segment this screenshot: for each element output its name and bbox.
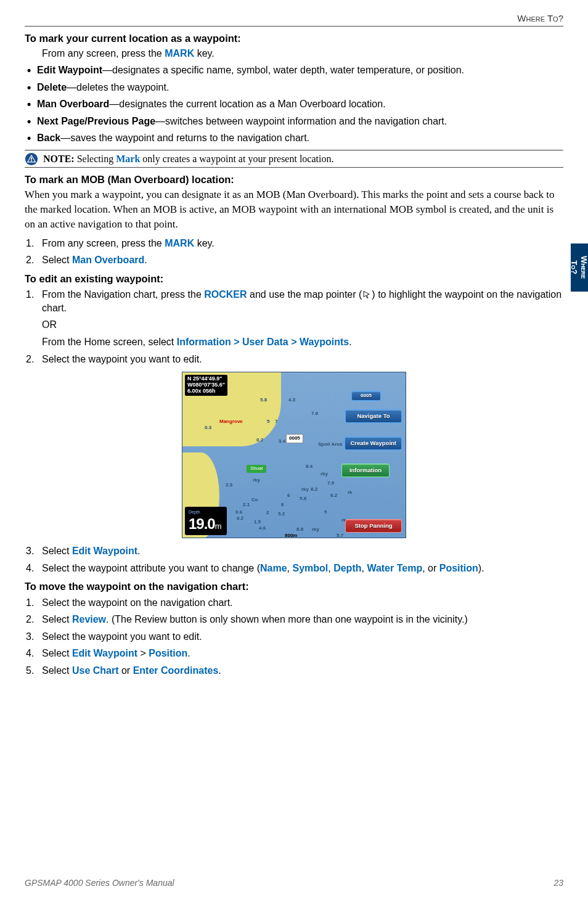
- btn-stop-panning[interactable]: Stop Panning: [345, 519, 402, 533]
- side-tab: Where To?: [571, 244, 588, 292]
- move-step-4: Select Edit Waypoint > Position.: [25, 647, 563, 660]
- text: .: [144, 255, 147, 265]
- sounding: 2.3: [226, 482, 232, 489]
- heading-move-waypoint: To move the waypoint on the navigation c…: [25, 579, 563, 593]
- scale-label: 800m: [285, 533, 297, 538]
- sounding: 4.6: [259, 525, 266, 532]
- man-overboard-key: Man Overboard: [72, 255, 144, 265]
- edit-waypoint-key: Edit Waypoint: [72, 546, 137, 556]
- text: From any screen, press the: [42, 238, 165, 248]
- option-man-overboard: Man Overboard—designates the current loc…: [25, 97, 563, 111]
- mark-current-instruction: From any screen, press the MARK key.: [25, 47, 563, 60]
- sounding: 3.4: [279, 438, 285, 445]
- attr-position: Position: [439, 563, 478, 573]
- edit-step-1: From the Navigation chart, press the ROC…: [25, 288, 563, 348]
- side-tab-line1: Where: [580, 256, 588, 279]
- review-key: Review: [72, 614, 106, 624]
- text: , or: [422, 563, 439, 573]
- depth-readout: Depth 19.0m: [185, 507, 227, 535]
- text: . (The Review button is only shown when …: [106, 614, 468, 624]
- text: .: [218, 665, 221, 676]
- note-text: NOTE: Selecting Mark only creates a wayp…: [43, 152, 333, 166]
- label-rky: rky: [301, 486, 309, 493]
- btn-create-waypoint[interactable]: Create Waypoint: [345, 436, 402, 450]
- attr-name: Name: [260, 563, 287, 573]
- rest: —switches between waypoint information a…: [155, 116, 447, 126]
- chart-screenshot: N 25°44'49.9" W080°07'35.6" 6.00x 056h M…: [182, 372, 406, 538]
- text: Select: [42, 546, 72, 556]
- text: key.: [194, 48, 214, 59]
- sounding: 7.9: [327, 480, 334, 487]
- heading-edit-waypoint: To edit an existing waypoint:: [25, 272, 563, 285]
- attr-symbol: Symbol: [292, 563, 328, 573]
- move-steps: Select the waypoint on the navigation ch…: [25, 596, 563, 678]
- heading-mark-current: To mark your current location as a waypo…: [25, 31, 563, 45]
- rest: —deletes the waypoint.: [67, 82, 169, 92]
- label-spoil: Spoil Area: [318, 441, 342, 448]
- sounding: 7.0: [311, 411, 318, 417]
- header-section-label: Where To?: [25, 12, 563, 25]
- text: ).: [478, 563, 484, 573]
- lead: Edit Waypoint: [37, 65, 102, 75]
- mob-description: When you mark a waypoint, you can design…: [25, 187, 563, 231]
- lead: Delete: [37, 82, 67, 92]
- attr-depth: Depth: [333, 563, 361, 573]
- sounding: rk: [348, 489, 353, 496]
- sounding: 5: [267, 419, 269, 425]
- edit-waypoint-key: Edit Waypoint: [72, 648, 137, 658]
- label-rky: rky: [321, 471, 328, 478]
- sounding: 5.8: [260, 397, 267, 404]
- header-rule: [25, 26, 563, 27]
- or-text: OR: [42, 318, 563, 332]
- text: >: [137, 648, 149, 658]
- position-key: Position: [149, 648, 187, 658]
- btn-waypoint-id[interactable]: 0005: [351, 391, 381, 401]
- mob-steps: From any screen, press the MARK key. Sel…: [25, 237, 563, 267]
- mob-step-2: Select Man Overboard.: [25, 253, 563, 267]
- text: .: [187, 648, 190, 658]
- btn-navigate-to[interactable]: Navigate To: [345, 409, 402, 423]
- label-co: Co: [251, 497, 258, 504]
- text: or: [119, 665, 133, 676]
- mark-key: MARK: [165, 238, 194, 248]
- footer-manual-title: GPSMAP 4000 Series Owner's Manual: [25, 877, 174, 889]
- label-rky: rky: [312, 526, 319, 533]
- edit-step-1-alt: From the Home screen, select Information…: [42, 335, 563, 349]
- option-delete: Delete—deletes the waypoint.: [25, 81, 563, 94]
- sounding: 6: [281, 502, 284, 509]
- option-next-prev-page: Next Page/Previous Page—switches between…: [25, 115, 563, 128]
- option-edit-waypoint: Edit Waypoint—designates a specific name…: [25, 63, 563, 77]
- depth-label: Depth: [189, 509, 222, 515]
- text: Select: [42, 614, 72, 624]
- edit-steps-part1: From the Navigation chart, press the ROC…: [25, 288, 563, 366]
- heading-mark-mob: To mark an MOB (Man Overboard) location:: [25, 173, 563, 186]
- sounding: 8.2: [330, 493, 337, 499]
- sounding: 0.3: [205, 425, 211, 432]
- edit-step-3: Select Edit Waypoint.: [25, 544, 563, 558]
- lead: Next Page/Previous Page: [37, 116, 155, 126]
- coord-readout: N 25°44'49.9" W080°07'35.6" 6.00x 056h: [185, 375, 227, 396]
- text: From the Navigation chart, press the: [42, 289, 204, 300]
- text: Select the waypoint attribute you want t…: [42, 563, 260, 573]
- side-tab-line2: To?: [570, 261, 579, 275]
- label-shoal: Shoal: [247, 465, 266, 473]
- label-mangrove: Mangrove: [219, 419, 243, 425]
- sounding: 8.4: [306, 464, 312, 470]
- text: Select: [42, 255, 72, 265]
- option-back: Back—saves the waypoint and returns to t…: [25, 131, 563, 145]
- text: From the Home screen, select: [42, 337, 177, 347]
- text: only creates a waypoint at your present …: [140, 154, 333, 164]
- sounding: 8.8: [296, 526, 303, 533]
- btn-information[interactable]: Information: [341, 464, 390, 477]
- mark-key: MARK: [165, 48, 194, 59]
- mob-step-1: From any screen, press the MARK key.: [25, 237, 563, 250]
- label-rky: rky: [253, 477, 260, 484]
- move-step-5: Select Use Chart or Enter Coordinates.: [25, 664, 563, 678]
- page-footer: GPSMAP 4000 Series Owner's Manual 23: [25, 877, 563, 889]
- coord-zoom: 6.00x 056h: [187, 388, 225, 395]
- sounding: 5.2: [278, 511, 285, 518]
- text: key.: [194, 238, 214, 248]
- rest: —designates the current location as a Ma…: [109, 99, 385, 109]
- svg-rect-1: [31, 157, 32, 160]
- note-alert-icon: [25, 152, 38, 166]
